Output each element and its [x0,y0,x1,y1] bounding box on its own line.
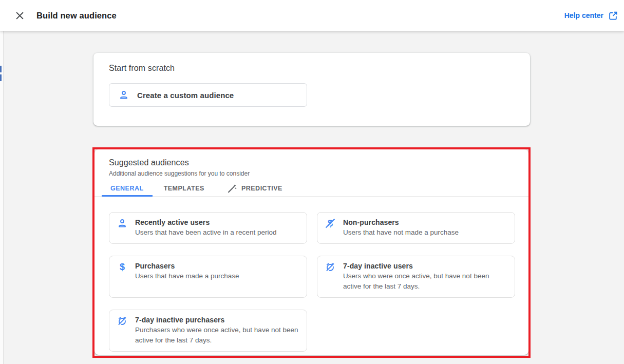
suggested-audiences-title: Suggested audiences [109,158,189,167]
audience-card-recently-active-users[interactable]: Recently active users Users that have be… [109,212,307,244]
audience-description: Users that have not made a purchase [343,228,459,236]
alarm-off-icon [117,316,127,326]
tab-templates[interactable]: TEMPLATES [153,181,216,196]
audience-card-7-day-inactive-users[interactable]: 7-day inactive users Users who were once… [317,256,515,298]
scratch-card-title: Start from scratch [109,64,175,73]
audience-description: Purchasers who were once active, but hav… [135,326,298,344]
audience-card-non-purchasers[interactable]: $ Non-purchasers Users that have not mad… [317,212,515,244]
tab-general-label: GENERAL [110,185,144,192]
suggested-audiences-tabs: GENERAL TEMPLATES PREDICTIVE [94,181,528,197]
help-center-link[interactable]: Help center [564,11,618,21]
open-in-new-icon [608,11,618,21]
create-custom-audience-label: Create a custom audience [137,91,234,100]
audience-description: Users that have made a purchase [135,272,239,280]
audience-title: 7-day inactive users [343,262,413,270]
audience-suggestions-grid: Recently active users Users that have be… [109,212,515,352]
magic-wand-icon [227,184,237,194]
audience-title: 7-day inactive purchasers [135,316,224,324]
audience-card-7-day-inactive-purchasers[interactable]: 7-day inactive purchasers Purchasers who… [109,310,307,352]
tab-predictive-label: PREDICTIVE [241,185,282,192]
dollar-icon: $ [117,262,127,272]
suggested-audiences-card: Suggested audiences Additional audience … [94,149,528,355]
close-button[interactable] [10,6,29,25]
modal-header: Build new audience Help center [0,0,624,31]
tab-general[interactable]: GENERAL [102,181,153,196]
audience-description: Users that have been active in a recent … [135,228,276,236]
audience-card-purchasers[interactable]: $ Purchasers Users that have made a purc… [109,256,307,298]
person-icon [117,218,127,228]
suggested-audiences-subtitle: Additional audience suggestions for you … [109,170,250,177]
audience-title: Recently active users [135,218,210,226]
background-nav-fragment [0,66,2,72]
person-icon [119,90,129,100]
audience-title: Non-purchasers [343,218,399,226]
audience-description: Users who were once active, but have not… [343,272,489,290]
tab-predictive[interactable]: PREDICTIVE [216,181,294,196]
background-page-edge [0,31,4,364]
close-icon [15,11,24,20]
build-audience-modal: Build new audience Help center Start fro… [0,0,624,364]
alarm-off-icon [325,262,335,272]
start-from-scratch-card: Start from scratch Create a custom audie… [93,53,530,126]
money-off-icon: $ [325,218,335,228]
help-center-label: Help center [564,11,603,20]
audience-title: Purchasers [135,262,175,270]
tab-templates-label: TEMPLATES [164,185,204,192]
background-nav-fragment [0,74,2,81]
page-title: Build new audience [36,11,117,21]
create-custom-audience-button[interactable]: Create a custom audience [109,83,307,107]
